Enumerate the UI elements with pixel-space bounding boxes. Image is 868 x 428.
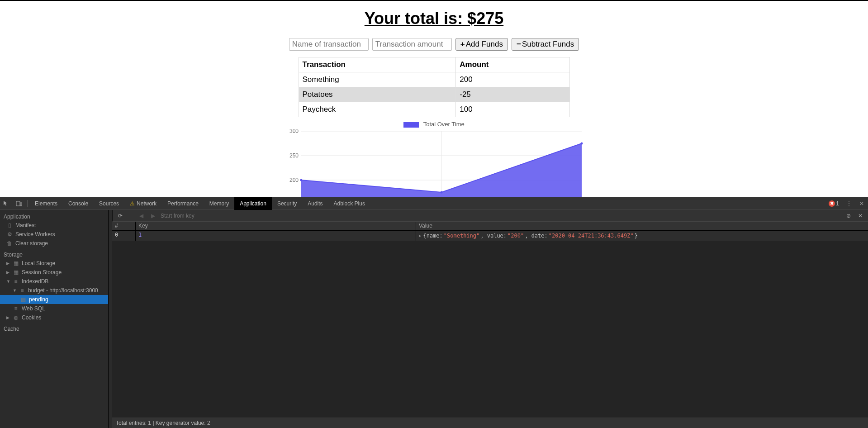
trash-icon: 🗑 bbox=[6, 240, 13, 247]
start-from-key-input[interactable] bbox=[161, 213, 841, 219]
chart-legend: Total Over Time bbox=[285, 121, 583, 128]
label: IndexedDB bbox=[22, 278, 48, 285]
error-badge[interactable]: ✖ bbox=[829, 200, 835, 207]
chart-canvas: 200250300 bbox=[285, 129, 583, 197]
tx-amount: 200 bbox=[456, 72, 569, 87]
database-icon: ≡ bbox=[19, 287, 25, 294]
idb-row[interactable]: 0 1 ▶ {name: "Something" , value: "200" … bbox=[112, 231, 868, 241]
minus-icon: − bbox=[517, 40, 521, 49]
error-count: 1 bbox=[836, 200, 839, 207]
refresh-icon[interactable]: ⟳ bbox=[116, 213, 124, 219]
sidebar-item-clear-storage[interactable]: 🗑 Clear storage bbox=[0, 239, 108, 248]
grid-icon: ▦ bbox=[20, 296, 26, 303]
label: Web SQL bbox=[22, 305, 45, 312]
sidebar-item-cookies[interactable]: ▶ ◍ Cookies bbox=[0, 313, 108, 322]
svg-point-10 bbox=[580, 143, 583, 145]
inspect-icon[interactable] bbox=[0, 197, 13, 210]
cell-value: ▶ {name: "Something" , value: "200" , da… bbox=[416, 231, 868, 241]
idb-toolbar: ⟳ ◀ ▶ ⊘ ✕ bbox=[112, 210, 868, 222]
cookie-icon: ◍ bbox=[13, 314, 19, 321]
tab-sources[interactable]: Sources bbox=[94, 197, 124, 210]
svg-text:250: 250 bbox=[289, 152, 298, 159]
devtools: ElementsConsoleSourcesNetworkPerformance… bbox=[0, 197, 868, 428]
chart: Total Over Time 200250300 bbox=[285, 121, 583, 197]
svg-text:200: 200 bbox=[289, 177, 298, 183]
sidebar-item-websql[interactable]: ≡ Web SQL bbox=[0, 304, 108, 313]
sidebar-item-local-storage[interactable]: ▶ ▦ Local Storage bbox=[0, 259, 108, 268]
col-value[interactable]: Value bbox=[416, 222, 868, 230]
legend-swatch bbox=[403, 122, 419, 128]
chevron-right-icon: ▶ bbox=[6, 315, 10, 320]
chevron-down-icon: ▼ bbox=[6, 279, 10, 284]
clear-icon[interactable]: ⊘ bbox=[844, 213, 853, 219]
gear-icon: ⚙ bbox=[6, 231, 13, 238]
tx-name: Potatoes bbox=[299, 87, 456, 102]
svg-point-9 bbox=[440, 191, 442, 194]
delete-icon[interactable]: ✕ bbox=[856, 213, 864, 219]
idb-panel: ⟳ ◀ ▶ ⊘ ✕ # Key Value 0 1 ▶ {name: "Some… bbox=[112, 210, 868, 428]
tab-memory[interactable]: Memory bbox=[204, 197, 234, 210]
tab-performance[interactable]: Performance bbox=[162, 197, 204, 210]
sidebar-item-service-workers[interactable]: ⚙ Service Workers bbox=[0, 230, 108, 239]
kebab-icon[interactable]: ⋮ bbox=[843, 197, 855, 210]
col-transaction: Transaction bbox=[299, 57, 456, 72]
tab-security[interactable]: Security bbox=[272, 197, 302, 210]
tab-elements[interactable]: Elements bbox=[29, 197, 63, 210]
section-cache: Cache bbox=[0, 322, 108, 333]
table-row: Paycheck 100 bbox=[299, 102, 569, 117]
tab-network[interactable]: Network bbox=[124, 197, 162, 210]
col-index[interactable]: # bbox=[112, 222, 136, 230]
svg-rect-12 bbox=[20, 203, 22, 206]
transactions-table: Transaction Amount Something 200 Potatoe… bbox=[299, 57, 570, 117]
transaction-form: + Add Funds − Subtract Funds bbox=[0, 38, 868, 51]
next-page-icon[interactable]: ▶ bbox=[149, 213, 157, 219]
svg-point-8 bbox=[300, 179, 302, 181]
add-funds-label: Add Funds bbox=[466, 40, 503, 49]
subtract-funds-label: Subtract Funds bbox=[522, 40, 574, 49]
subtract-funds-button[interactable]: − Subtract Funds bbox=[512, 38, 579, 51]
label: pending bbox=[29, 296, 48, 303]
col-key[interactable]: Key bbox=[136, 222, 416, 230]
label: Service Workers bbox=[15, 231, 55, 238]
tab-audits[interactable]: Audits bbox=[302, 197, 328, 210]
tab-console[interactable]: Console bbox=[63, 197, 94, 210]
application-sidebar: Application ▯ Manifest ⚙ Service Workers… bbox=[0, 210, 109, 428]
label: budget - http://localhost:3000 bbox=[28, 287, 98, 294]
tx-name: Paycheck bbox=[299, 102, 456, 117]
idb-header: # Key Value bbox=[112, 222, 868, 231]
chevron-right-icon: ▶ bbox=[6, 270, 10, 275]
budget-app: Your total is: $275 + Add Funds − Subtra… bbox=[0, 0, 868, 197]
cell-key: 1 bbox=[136, 231, 416, 241]
grid-icon: ▦ bbox=[13, 260, 19, 266]
tx-amount: -25 bbox=[456, 87, 569, 102]
chevron-down-icon: ▼ bbox=[13, 288, 16, 293]
table-row: Potatoes -25 bbox=[299, 87, 569, 102]
sidebar-item-pending[interactable]: ▦ pending bbox=[0, 295, 108, 304]
table-row: Something 200 bbox=[299, 72, 569, 87]
tab-application[interactable]: Application bbox=[234, 197, 272, 210]
plus-icon: + bbox=[460, 40, 465, 49]
transaction-name-input[interactable] bbox=[289, 38, 369, 51]
close-icon[interactable]: ✕ bbox=[855, 197, 868, 210]
label: Session Storage bbox=[22, 269, 62, 276]
device-icon[interactable] bbox=[13, 197, 25, 210]
idb-status: Total entries: 1 | Key generator value: … bbox=[112, 418, 868, 428]
sidebar-item-indexeddb[interactable]: ▼ ≡ IndexedDB bbox=[0, 277, 108, 286]
devtools-tabs: ElementsConsoleSourcesNetworkPerformance… bbox=[0, 197, 868, 210]
sidebar-resize-handle[interactable] bbox=[109, 210, 112, 428]
add-funds-button[interactable]: + Add Funds bbox=[455, 38, 508, 51]
prev-page-icon[interactable]: ◀ bbox=[137, 213, 145, 219]
database-icon: ≡ bbox=[13, 278, 19, 285]
grid-icon: ▦ bbox=[13, 269, 19, 276]
sidebar-item-manifest[interactable]: ▯ Manifest bbox=[0, 221, 108, 230]
sidebar-item-session-storage[interactable]: ▶ ▦ Session Storage bbox=[0, 268, 108, 277]
label: Cookies bbox=[22, 314, 41, 321]
label: Manifest bbox=[15, 222, 36, 228]
section-application: Application bbox=[0, 210, 108, 221]
col-amount: Amount bbox=[456, 57, 569, 72]
section-storage: Storage bbox=[0, 248, 108, 259]
total-heading: Your total is: $275 bbox=[0, 9, 868, 28]
transaction-amount-input[interactable] bbox=[372, 38, 452, 51]
sidebar-item-budget-db[interactable]: ▼ ≡ budget - http://localhost:3000 bbox=[0, 286, 108, 295]
tab-adblock-plus[interactable]: Adblock Plus bbox=[328, 197, 370, 210]
